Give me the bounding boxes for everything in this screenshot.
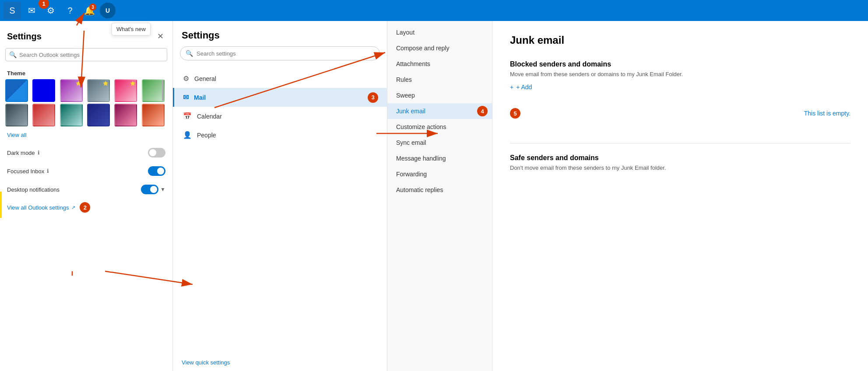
theme-swatch-11[interactable] xyxy=(114,104,137,126)
section-divider xyxy=(510,143,850,144)
dark-mode-toggle[interactable] xyxy=(148,148,165,158)
focused-inbox-slider xyxy=(148,166,165,176)
notification-badge: 3 xyxy=(89,4,96,10)
theme-swatch-6[interactable] xyxy=(142,79,165,102)
quick-settings-title: Settings xyxy=(7,32,42,42)
settings-nav: ⚙ General ✉ Mail 3 📅 Calendar 👤 People xyxy=(173,67,387,354)
theme-swatch-2[interactable] xyxy=(32,79,55,102)
blocked-senders-title: Blocked senders and domains xyxy=(510,60,850,68)
close-button[interactable]: ✕ xyxy=(155,30,165,43)
theme-swatch-8[interactable] xyxy=(32,104,55,126)
theme-section-label: Theme xyxy=(0,66,172,79)
dark-mode-label: Dark mode ℹ xyxy=(7,150,40,156)
mail-submenu: Layout Compose and reply Attachments Rul… xyxy=(387,21,492,371)
settings-nav-calendar-label: Calendar xyxy=(197,113,222,120)
general-icon: ⚙ xyxy=(183,74,189,83)
settings-nav-people[interactable]: 👤 People xyxy=(173,126,387,144)
submenu-attachments[interactable]: Attachments xyxy=(387,56,492,72)
settings-search-input[interactable] xyxy=(197,50,374,57)
submenu-forwarding[interactable]: Forwarding xyxy=(387,166,492,182)
notifications-dropdown-icon[interactable]: ▼ xyxy=(160,186,165,192)
add-icon: + xyxy=(510,84,513,91)
avatar[interactable]: U xyxy=(100,3,116,18)
desktop-notifications-knob xyxy=(150,186,157,193)
dark-mode-row: Dark mode ℹ xyxy=(0,144,172,162)
submenu-layout[interactable]: Layout xyxy=(387,24,492,40)
calendar-nav-icon: 📅 xyxy=(183,112,192,120)
theme-swatch-4[interactable]: ⭐ xyxy=(87,79,110,102)
submenu-junk-email[interactable]: Junk email 4 xyxy=(387,103,492,119)
view-quick-settings-link[interactable]: View quick settings xyxy=(173,354,387,371)
submenu-message-handling[interactable]: Message handling xyxy=(387,150,492,166)
settings-search-icon: 🔍 xyxy=(186,50,193,57)
focused-inbox-knob xyxy=(157,168,164,175)
mail-nav-icon: ✉ xyxy=(183,93,189,102)
theme-swatch-9[interactable] xyxy=(60,104,83,126)
focused-inbox-toggle[interactable] xyxy=(148,166,165,176)
desktop-notifications-slider xyxy=(141,185,158,194)
submenu-sync-email[interactable]: Sync email xyxy=(387,135,492,150)
annotation-badge-4: 4 xyxy=(477,106,488,116)
desktop-notifications-label: Desktop notifications xyxy=(7,186,60,193)
annotation-badge-5: 5 xyxy=(510,108,520,119)
quick-settings-search-input[interactable] xyxy=(19,52,163,58)
theme-swatch-1[interactable] xyxy=(5,79,28,102)
theme-swatch-10[interactable] xyxy=(87,104,110,126)
dark-mode-info-icon[interactable]: ℹ xyxy=(38,150,40,156)
settings-nav-general[interactable]: ⚙ General xyxy=(173,69,387,88)
safe-senders-desc: Don't move email from these senders to m… xyxy=(510,164,850,171)
search-icon: 🔍 xyxy=(9,51,17,58)
settings-nav-mail-label: Mail xyxy=(194,94,206,101)
external-link-icon: ↗ xyxy=(71,205,75,210)
settings-panel: Settings 🔍 ⚙ General ✉ Mail 3 📅 Calendar… xyxy=(173,21,387,371)
mail-icon[interactable]: ✉ xyxy=(23,2,40,19)
submenu-sweep[interactable]: Sweep xyxy=(387,88,492,103)
settings-nav-general-label: General xyxy=(194,75,216,82)
theme-swatch-3[interactable]: ⭐ xyxy=(60,79,83,102)
settings-panel-title: Settings xyxy=(173,21,387,46)
settings-nav-people-label: People xyxy=(197,132,216,139)
theme-swatch-5[interactable]: ⭐ xyxy=(114,79,137,102)
annotation-badge-2: 2 xyxy=(80,202,90,213)
people-nav-icon: 👤 xyxy=(183,131,192,139)
settings-nav-calendar[interactable]: 📅 Calendar xyxy=(173,107,387,126)
blocked-add-link[interactable]: + + Add xyxy=(510,84,850,91)
theme-swatch-7[interactable] xyxy=(5,104,28,126)
submenu-customize-actions[interactable]: Customize actions xyxy=(387,119,492,135)
theme-swatch-12[interactable] xyxy=(142,104,165,126)
quick-settings-panel: Settings ✕ 🔍 Theme ⭐ ⭐ ⭐ xyxy=(0,21,173,371)
annotation-badge-3: 3 xyxy=(368,92,378,103)
settings-icon[interactable]: ⚙ 1 xyxy=(42,2,60,19)
submenu-compose-reply[interactable]: Compose and reply xyxy=(387,40,492,56)
focused-inbox-info-icon[interactable]: ℹ xyxy=(47,168,49,174)
topbar: S ✉ ⚙ 1 ? 🔔 3 U What's new xyxy=(0,0,868,21)
help-icon[interactable]: ? xyxy=(61,2,79,19)
focused-inbox-row: Focused Inbox ℹ xyxy=(0,162,172,180)
main-content: Settings ✕ 🔍 Theme ⭐ ⭐ ⭐ xyxy=(0,21,868,371)
notifications-icon[interactable]: 🔔 3 xyxy=(81,2,98,19)
quick-settings-search-box: 🔍 xyxy=(5,48,167,61)
submenu-automatic-replies[interactable]: Automatic replies xyxy=(387,182,492,198)
settings-search-box: 🔍 xyxy=(180,46,380,60)
junk-email-content: Junk email Blocked senders and domains M… xyxy=(492,21,868,371)
skype-icon[interactable]: S xyxy=(4,2,21,19)
focused-inbox-label: Focused Inbox ℹ xyxy=(7,168,49,175)
desktop-notifications-row: Desktop notifications ▼ xyxy=(0,180,172,199)
junk-email-title: Junk email xyxy=(510,34,850,46)
theme-grid: ⭐ ⭐ ⭐ xyxy=(0,79,172,130)
view-all-themes-link[interactable]: View all xyxy=(0,130,172,144)
dark-mode-slider xyxy=(148,148,165,158)
empty-list-text: This list is empty. xyxy=(804,101,850,126)
dark-mode-knob xyxy=(149,149,156,156)
safe-senders-title: Safe senders and domains xyxy=(510,154,850,162)
blocked-senders-desc: Move email from these senders or domains… xyxy=(510,71,850,77)
desktop-notifications-toggle[interactable] xyxy=(141,185,158,194)
view-all-outlook-settings[interactable]: View all Outlook settings ↗ 2 xyxy=(0,199,172,216)
submenu-rules[interactable]: Rules xyxy=(387,72,492,88)
whats-new-tooltip: What's new xyxy=(112,23,151,35)
settings-nav-mail[interactable]: ✉ Mail 3 xyxy=(173,88,387,107)
